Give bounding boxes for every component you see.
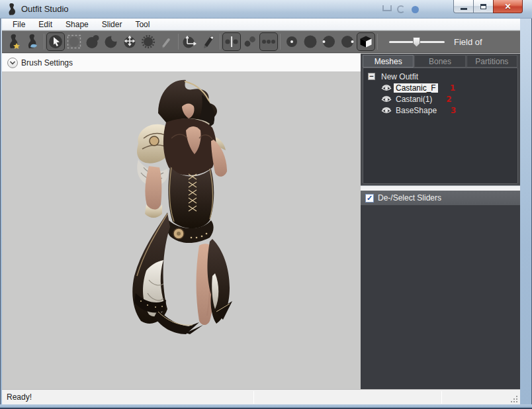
load-reference-button[interactable] [23, 32, 42, 51]
smooth-brush-button[interactable] [139, 32, 157, 51]
status-text: Ready! [7, 392, 32, 402]
mirror-dots-icon [224, 34, 239, 49]
brush-dot-center-button[interactable] [283, 32, 301, 51]
tree-item-label: Castanic_F [394, 83, 438, 93]
weight-paint-brush-button[interactable] [157, 32, 176, 51]
tree-item-baseshape[interactable]: BaseShape 3 [363, 105, 517, 116]
two-dots-icon [243, 34, 257, 49]
perspective-toggle-button[interactable] [357, 32, 375, 51]
eye-visibility-icon[interactable] [381, 107, 392, 114]
body-brush-icon [25, 34, 40, 50]
menu-bar: File Edit Shape Slider Tool [2, 19, 520, 30]
maximize-icon [480, 4, 486, 9]
load-project-button[interactable] [5, 32, 23, 51]
right-panel: Meshes Bones Partitions − New Outfit [361, 54, 520, 389]
status-separator [253, 391, 254, 404]
sliders-header-label: De-/Select Sliders [378, 193, 441, 203]
annotation-3: 3 [451, 106, 456, 115]
maximize-button[interactable] [474, 0, 493, 13]
tree-root-label: New Outfit [379, 72, 420, 81]
circle-dot-center-icon [285, 34, 299, 49]
resize-grip[interactable] [510, 394, 518, 403]
toolbar: Field of [2, 30, 520, 53]
eye-visibility-icon[interactable] [381, 95, 392, 103]
sliders-header: ✓ De-/Select Sliders [361, 191, 520, 206]
window-controls: ✕ [453, 0, 523, 13]
mesh-tree: − New Outfit Castanic_F 1 [363, 68, 518, 184]
axes-icon [182, 34, 198, 49]
main-area: Brush Settings [2, 54, 520, 389]
mask-square-icon [67, 34, 81, 49]
body-star-icon [7, 34, 21, 50]
menu-file[interactable]: File [6, 19, 32, 30]
status-separator [441, 391, 442, 404]
brush-plain-button[interactable] [301, 32, 320, 51]
minimize-button[interactable] [453, 0, 474, 13]
toolbar-separator [280, 34, 281, 50]
inflate-circle-icon [85, 34, 100, 49]
three-dots-icon [261, 34, 277, 49]
minimize-icon [461, 8, 467, 10]
cursor-arrow-icon [48, 34, 63, 49]
character-model-render [103, 75, 242, 334]
desktop-glass-artifact [412, 6, 419, 13]
menu-tool[interactable]: Tool [128, 19, 156, 30]
titlebar[interactable]: Outfit Studio ✕ [0, 0, 532, 19]
tree-root-row[interactable]: − New Outfit [363, 71, 517, 82]
cube-icon [359, 34, 373, 49]
close-icon: ✕ [504, 2, 511, 11]
panel-tabs: Meshes Bones Partitions [363, 55, 518, 68]
brush-dot-left-button[interactable] [320, 32, 338, 51]
menu-slider[interactable]: Slider [95, 19, 129, 30]
global-brush-collision-button[interactable] [259, 32, 278, 51]
mask-brush-button[interactable] [65, 32, 83, 51]
circle-dot-left-icon [322, 34, 336, 49]
sliders-list-area[interactable] [361, 206, 520, 389]
deflate-brush-button[interactable] [102, 32, 120, 51]
tree-item-castani-1[interactable]: Castani(1) 2 [363, 93, 517, 105]
chevron-down-icon [9, 60, 16, 66]
fov-slider-thumb[interactable] [413, 37, 420, 47]
panel-splitter[interactable] [361, 185, 520, 191]
close-button[interactable]: ✕ [493, 0, 523, 13]
tree-item-castanic-f[interactable]: Castanic_F 1 [363, 82, 517, 93]
fov-label: Field of [454, 37, 482, 47]
x-mirror-button[interactable] [222, 32, 241, 51]
inflate-brush-button[interactable] [83, 32, 102, 51]
brush-settings-bar: Brush Settings [2, 54, 361, 72]
outfit-studio-window: Outfit Studio ✕ File Edit Shape Slider T… [0, 0, 532, 409]
deselect-sliders-checkbox[interactable]: ✓ [365, 194, 374, 203]
tab-meshes[interactable]: Meshes [363, 55, 414, 68]
desktop-glass-artifact [382, 5, 392, 11]
tree-item-label: Castani(1) [394, 95, 434, 104]
connected-vertices-button[interactable] [241, 32, 259, 51]
collapse-icon[interactable]: − [368, 73, 375, 80]
tab-partitions[interactable]: Partitions [466, 55, 517, 68]
annotation-1: 1 [450, 83, 455, 93]
move-arrows-icon [122, 34, 137, 49]
menu-shape[interactable]: Shape [59, 19, 95, 30]
left-column: Brush Settings [2, 54, 361, 389]
viewport-3d[interactable] [2, 72, 361, 389]
tree-item-label: BaseShape [394, 106, 439, 115]
window-title: Outfit Studio [21, 4, 69, 14]
annotation-2: 2 [446, 95, 451, 104]
menu-edit[interactable]: Edit [32, 19, 59, 30]
window-bottom-border [0, 404, 532, 409]
eye-visibility-icon[interactable] [381, 84, 392, 92]
pen-tool-button[interactable] [199, 32, 218, 51]
toolbar-separator [377, 34, 378, 50]
brush-settings-expand-button[interactable] [7, 58, 18, 68]
tab-bones[interactable]: Bones [414, 55, 465, 68]
transform-tool-button[interactable] [181, 32, 199, 51]
toolbar-separator [220, 34, 220, 50]
field-of-view-control: Field of [389, 37, 482, 47]
circle-dot-right-icon [340, 34, 355, 49]
status-bar: Ready! [2, 389, 520, 404]
deflate-circle-icon [104, 34, 118, 49]
move-brush-button[interactable] [120, 32, 139, 51]
fov-slider[interactable] [389, 41, 445, 43]
select-tool-button[interactable] [46, 32, 65, 51]
toolbar-separator [44, 34, 44, 50]
brush-dot-right-button[interactable] [338, 32, 357, 51]
